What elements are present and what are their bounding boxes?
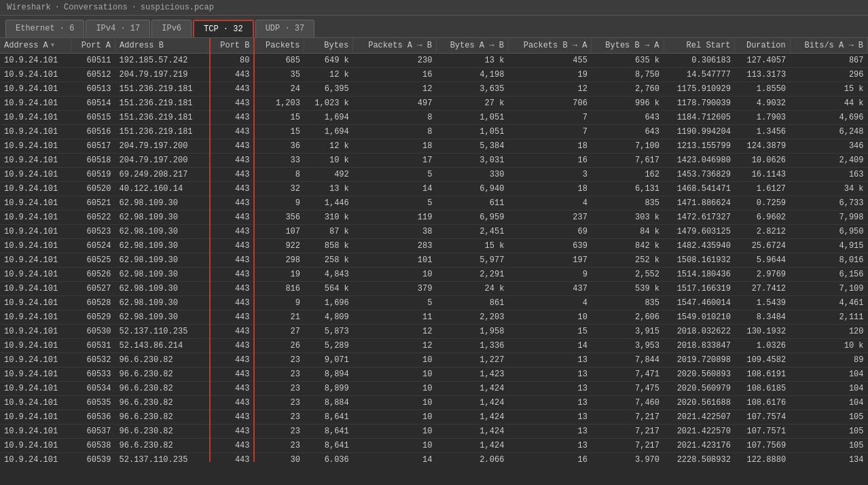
cell-bitsAB: 7,998: [790, 211, 867, 225]
cell-addrA: 10.9.24.101: [0, 239, 71, 253]
cell-bitsAB: 6,248: [790, 125, 867, 139]
tab-udp[interactable]: UDP · 37: [255, 20, 315, 37]
table-row[interactable]: 10.9.24.101 60520 40.122.160.14 443 32 1…: [0, 182, 868, 196]
table-row[interactable]: 10.9.24.101 60535 96.6.230.82 443 23 8,8…: [0, 396, 868, 410]
cell-relStart: 2018.833847: [664, 339, 735, 353]
table-row[interactable]: 10.9.24.101 60528 62.98.109.30 443 9 1,6…: [0, 296, 868, 310]
cell-bitsAB: 2,111: [790, 310, 867, 325]
cell-addrB: 204.79.197.200: [115, 139, 210, 154]
cell-bytesAB: 24 k: [436, 282, 508, 296]
col-header-bytesBA[interactable]: Bytes B → A: [592, 38, 664, 54]
table-row[interactable]: 10.9.24.101 60526 62.98.109.30 443 19 4,…: [0, 268, 868, 282]
tab-ethernet[interactable]: Ethernet · 6: [5, 20, 84, 37]
cell-portA: 60511: [71, 54, 115, 68]
cell-bytes: 4,809: [304, 310, 353, 325]
cell-portA: 60536: [71, 410, 115, 425]
col-header-portA[interactable]: Port A: [71, 38, 115, 54]
cell-portA: 60517: [71, 139, 115, 154]
table-row[interactable]: 10.9.24.101 60511 192.185.57.242 80 685 …: [0, 54, 868, 68]
table-row[interactable]: 10.9.24.101 60518 204.79.197.200 443 33 …: [0, 154, 868, 168]
table-row[interactable]: 10.9.24.101 60517 204.79.197.200 443 36 …: [0, 139, 868, 154]
cell-addrA: 10.9.24.101: [0, 296, 71, 310]
table-row[interactable]: 10.9.24.101 60524 62.98.109.30 443 922 8…: [0, 239, 868, 253]
tab-ipv6[interactable]: IPv6: [151, 20, 192, 37]
col-header-bytes[interactable]: Bytes: [304, 38, 353, 54]
table-container[interactable]: Address A ▼ Port A Address B Port B Pack…: [0, 38, 868, 462]
cell-portA: 60512: [71, 68, 115, 82]
cell-addrB: 62.98.109.30: [115, 211, 210, 225]
cell-portA: 60520: [71, 182, 115, 196]
col-header-bitsAB[interactable]: Bits/s A → B: [790, 38, 867, 54]
cell-duration: 107.7571: [735, 425, 790, 439]
cell-packets: 23: [254, 382, 304, 396]
cell-relStart: 1508.161932: [664, 253, 735, 268]
table-row[interactable]: 10.9.24.101 60512 204.79.197.219 443 35 …: [0, 68, 868, 82]
cell-duration: 107.7574: [735, 410, 790, 425]
table-row[interactable]: 10.9.24.101 60514 151.236.219.181 443 1,…: [0, 96, 868, 111]
tab-tcp[interactable]: TCP · 32: [193, 20, 254, 37]
cell-packets: 9: [254, 196, 304, 211]
cell-bytesBA: 8,750: [592, 68, 664, 82]
cell-packetsBA: 19: [508, 68, 592, 82]
cell-bytesAB: 2,291: [436, 268, 508, 282]
table-row[interactable]: 10.9.24.101 60516 151.236.219.181 443 15…: [0, 125, 868, 139]
cell-addrB: 151.236.219.181: [115, 82, 210, 96]
col-header-bytesAB[interactable]: Bytes A → B: [436, 38, 508, 54]
cell-bitsAB: 105: [790, 410, 867, 425]
cell-relStart: 1184.712605: [664, 111, 735, 125]
table-row[interactable]: 10.9.24.101 60513 151.236.219.181 443 24…: [0, 82, 868, 96]
col-header-addrA[interactable]: Address A ▼: [0, 38, 71, 54]
cell-packetsBA: 13: [508, 439, 592, 453]
table-row[interactable]: 10.9.24.101 60536 96.6.230.82 443 23 8,6…: [0, 410, 868, 425]
cell-packetsAB: 10: [353, 410, 437, 425]
cell-bytes: 258 k: [304, 253, 353, 268]
cell-bytesAB: 5,384: [436, 139, 508, 154]
cell-relStart: 1517.166319: [664, 282, 735, 296]
table-row[interactable]: 10.9.24.101 60530 52.137.110.235 443 27 …: [0, 325, 868, 339]
cell-packetsAB: 12: [353, 339, 437, 353]
table-row[interactable]: 10.9.24.101 60529 62.98.109.30 443 21 4,…: [0, 310, 868, 325]
cell-duration: 113.3173: [735, 68, 790, 82]
col-header-packetsAB[interactable]: Packets A → B: [353, 38, 437, 54]
cell-packets: 685: [254, 54, 304, 68]
table-row[interactable]: 10.9.24.101 60525 62.98.109.30 443 298 2…: [0, 253, 868, 268]
table-row[interactable]: 10.9.24.101 60515 151.236.219.181 443 15…: [0, 111, 868, 125]
table-row[interactable]: 10.9.24.101 60534 96.6.230.82 443 23 8,8…: [0, 382, 868, 396]
cell-relStart: 1468.541471: [664, 182, 735, 196]
table-row[interactable]: 10.9.24.101 60519 69.249.208.217 443 8 4…: [0, 168, 868, 182]
cell-bytesBA: 996 k: [592, 96, 664, 111]
cell-packetsAB: 230: [353, 54, 437, 68]
table-row[interactable]: 10.9.24.101 60522 62.98.109.30 443 356 3…: [0, 211, 868, 225]
table-row[interactable]: 10.9.24.101 60523 62.98.109.30 443 107 8…: [0, 225, 868, 239]
table-row[interactable]: 10.9.24.101 60538 96.6.230.82 443 23 8,6…: [0, 439, 868, 453]
cell-packetsAB: 16: [353, 68, 437, 82]
cell-bytesBA: 2,606: [592, 310, 664, 325]
cell-bytes: 5,873: [304, 325, 353, 339]
col-header-packetsBA[interactable]: Packets B → A: [508, 38, 592, 54]
col-header-relStart[interactable]: Rel Start: [664, 38, 735, 54]
cell-bytesAB: 3,635: [436, 82, 508, 96]
table-row[interactable]: 10.9.24.101 60533 96.6.230.82 443 23 8,8…: [0, 367, 868, 382]
col-header-duration[interactable]: Duration: [735, 38, 790, 54]
cell-packetsAB: 8: [353, 125, 437, 139]
cell-relStart: 1549.010210: [664, 310, 735, 325]
col-header-portB[interactable]: Port B: [210, 38, 255, 54]
table-row[interactable]: 10.9.24.101 60531 52.143.86.214 443 26 5…: [0, 339, 868, 353]
cell-packets: 15: [254, 125, 304, 139]
table-row[interactable]: 10.9.24.101 60521 62.98.109.30 443 9 1,4…: [0, 196, 868, 211]
cell-bitsAB: 105: [790, 439, 867, 453]
cell-portB: 443: [210, 68, 255, 82]
cell-duration: 1.6127: [735, 182, 790, 196]
cell-portB: 443: [210, 168, 255, 182]
cell-bytes: 1,446: [304, 196, 353, 211]
col-header-packets[interactable]: Packets: [254, 38, 304, 54]
tab-ipv4[interactable]: IPv4 · 17: [86, 20, 150, 37]
cell-bytes: 1,694: [304, 125, 353, 139]
col-header-addrB[interactable]: Address B: [115, 38, 210, 54]
cell-relStart: 2019.720898: [664, 353, 735, 367]
table-row[interactable]: 10.9.24.101 60539 52.137.110.235 443 30 …: [0, 453, 868, 463]
table-row[interactable]: 10.9.24.101 60532 96.6.230.82 443 23 9,0…: [0, 353, 868, 367]
table-row[interactable]: 10.9.24.101 60537 96.6.230.82 443 23 8,6…: [0, 425, 868, 439]
menu-conversations[interactable]: Conversations: [64, 3, 128, 12]
table-row[interactable]: 10.9.24.101 60527 62.98.109.30 443 816 5…: [0, 282, 868, 296]
